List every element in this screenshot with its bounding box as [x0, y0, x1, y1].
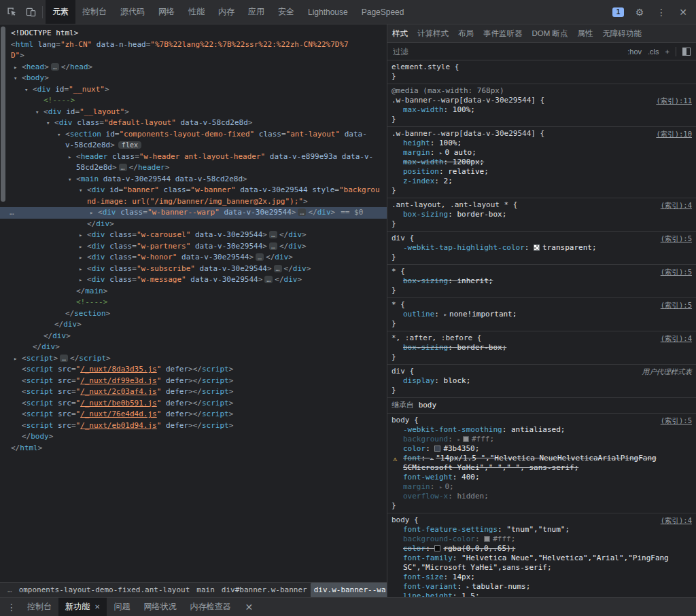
rule-selector[interactable]: .w-banner--warp[data-v-30e29544] {	[392, 129, 544, 138]
expand-arrow-icon[interactable]: ▸	[14, 62, 22, 73]
stylesheet-link[interactable]: (索引):4	[661, 515, 692, 525]
drawer-close-icon[interactable]: ✕	[243, 601, 255, 613]
expand-arrow-icon[interactable]: ▾	[14, 73, 22, 84]
property-value[interactable]: 14px	[453, 573, 471, 581]
dom-row[interactable]: </div>	[0, 342, 387, 353]
property-name[interactable]: z-index	[403, 177, 434, 185]
css-property[interactable]: position: relative;	[392, 167, 692, 177]
row-actions-icon[interactable]: …	[10, 207, 15, 219]
property-name[interactable]: max-width	[403, 158, 444, 166]
css-property[interactable]: color: rgba(0,0,0,.65);	[392, 544, 692, 554]
property-name[interactable]: box-sizing	[403, 210, 448, 219]
drawer-tab[interactable]: 控制台	[20, 598, 58, 616]
inspect-icon[interactable]	[5, 6, 18, 18]
css-property[interactable]: outline: ▸none!important;	[392, 310, 692, 319]
breadcrumb-item[interactable]: main	[193, 583, 218, 598]
resource-link[interactable]: /_nuxt/eb01d94.js	[80, 421, 157, 430]
messages-count-badge[interactable]: 1	[612, 7, 624, 17]
drawer-tab[interactable]: 网络状况	[137, 598, 183, 616]
device-toolbar-icon[interactable]	[24, 6, 37, 18]
property-value[interactable]: #fff	[493, 535, 511, 543]
expand-arrow-icon[interactable]: ▸	[439, 484, 442, 490]
expand-arrow-icon[interactable]: ▸	[430, 455, 434, 462]
rule-selector[interactable]: body {	[392, 416, 419, 424]
dom-row[interactable]: </div>	[0, 219, 387, 230]
close-tab-icon[interactable]: ✕	[94, 603, 100, 611]
property-name[interactable]: margin	[403, 482, 430, 491]
color-swatch[interactable]	[434, 545, 440, 551]
css-property[interactable]: ⚠font: ▸"14px/1.5 ","Helvetica NeueHelve…	[392, 454, 692, 473]
sidebar-tab[interactable]: 样式	[387, 29, 413, 39]
expand-arrow-icon[interactable]: ▾	[79, 185, 87, 196]
dom-row[interactable]: ▸<div class="w-honor" data-v-30e29544>…<…	[0, 252, 387, 264]
css-property[interactable]: box-sizing: inherit;	[392, 276, 692, 286]
sidebar-tab[interactable]: 事件监听器	[478, 29, 527, 39]
dom-row[interactable]: <script src="/_nuxt/df99e3d.js" defer></…	[0, 376, 387, 387]
panel-tab[interactable]: 控制台	[75, 0, 114, 24]
sidebar-tab[interactable]: 布局	[453, 29, 478, 39]
property-name[interactable]: overflow-x	[403, 492, 448, 501]
expand-arrow-icon[interactable]: ▾	[46, 117, 54, 129]
property-value[interactable]: "tnum","tnum"	[506, 525, 565, 534]
dom-row[interactable]: </html>	[0, 443, 387, 454]
expand-arrow-icon[interactable]: ▸	[457, 436, 460, 443]
dom-row[interactable]: v-58cd2e8d>flex	[0, 140, 387, 151]
more-icon[interactable]: ⋮	[655, 6, 667, 18]
panel-tab[interactable]: Lighthouse	[301, 0, 355, 24]
expand-arrow-icon[interactable]: ▸	[79, 274, 87, 286]
dom-row[interactable]: <!---->	[0, 297, 387, 308]
panel-tab[interactable]: 应用	[241, 0, 271, 24]
panel-tab[interactable]: 性能	[181, 0, 211, 24]
dom-row[interactable]: ▾<div id="__layout">	[0, 107, 387, 118]
css-property[interactable]: max-width: 1200px;	[392, 158, 692, 167]
property-name[interactable]: background-color	[403, 535, 475, 543]
dom-row[interactable]: ▾<div id="__nuxt">	[0, 84, 387, 96]
css-property[interactable]: background-color: #fff;	[392, 535, 692, 544]
css-property[interactable]: line-height: 1.5;	[392, 592, 692, 597]
dom-row[interactable]: <html lang="zh-CN" data-n-head="%7B%22la…	[0, 39, 387, 51]
color-swatch[interactable]	[463, 436, 469, 442]
property-value[interactable]: transparent	[542, 243, 592, 252]
dom-row[interactable]: </div>	[0, 331, 387, 342]
drawer-tab[interactable]: 问题	[107, 598, 137, 616]
css-property[interactable]: z-index: 2;	[392, 177, 692, 186]
style-filter-input[interactable]	[393, 48, 621, 56]
dom-row[interactable]: ▾<main data-v-30e29544 data-v-58cd2e8d>	[0, 174, 387, 185]
stylesheet-link[interactable]: (索引):4	[661, 333, 692, 343]
drawer-menu-icon[interactable]: ⋮	[5, 601, 18, 613]
dom-row[interactable]: ▸<header class="w-header ant-layout-head…	[0, 151, 387, 163]
panel-tab[interactable]: 元素	[46, 0, 75, 24]
dom-row[interactable]: ▾<div id="banner" class="w-banner" data-…	[0, 185, 387, 196]
style-toggle[interactable]: +	[665, 48, 669, 56]
property-name[interactable]: box-sizing	[403, 343, 448, 352]
panel-tab[interactable]: PageSpeed	[355, 0, 411, 24]
rule-selector[interactable]: * {	[392, 300, 405, 309]
property-value[interactable]: #fff	[472, 435, 490, 443]
dom-row[interactable]: ▾<section id="components-layout-demo-fix…	[0, 129, 387, 141]
property-value[interactable]: 100%	[439, 139, 457, 147]
css-property[interactable]: font-weight: 400;	[392, 473, 692, 482]
property-value[interactable]: 1200px	[453, 158, 480, 166]
dom-row[interactable]: <script src="/_nuxt/76e4d4d.js" defer></…	[0, 409, 387, 420]
sidebar-tab[interactable]: 计算样式	[413, 29, 453, 39]
property-name[interactable]: font-variant	[403, 582, 457, 591]
expand-arrow-icon[interactable]: ▸	[79, 252, 87, 264]
property-name[interactable]: font-size	[403, 573, 444, 581]
expand-arrow-icon[interactable]: ▾	[24, 84, 33, 96]
property-name[interactable]: -webkit-tap-highlight-color	[403, 243, 525, 252]
dom-row[interactable]: <script src="/_nuxt/8da3d35.js" defer></…	[0, 364, 387, 376]
color-swatch[interactable]	[534, 244, 540, 251]
expand-arrow-icon[interactable]: ▸	[79, 230, 87, 241]
property-name[interactable]: font-feature-settings	[403, 525, 498, 534]
stylesheet-link[interactable]: (索引):5	[661, 300, 692, 310]
property-name[interactable]: font-weight	[403, 473, 453, 482]
expand-arrow-icon[interactable]: ▸	[79, 264, 87, 275]
rule-selector[interactable]: element.style {	[392, 62, 459, 71]
drawer-tab[interactable]: 新功能✕	[58, 598, 107, 616]
sidebar-tab[interactable]: 属性	[573, 29, 598, 39]
expand-arrow-icon[interactable]: ▸	[68, 151, 76, 163]
css-property[interactable]: box-sizing: border-box;	[392, 343, 692, 352]
property-value[interactable]: tabular-nums	[472, 582, 525, 591]
css-property[interactable]: margin: ▸0 auto;	[392, 148, 692, 158]
expand-arrow-icon[interactable]: ▸	[444, 311, 447, 318]
